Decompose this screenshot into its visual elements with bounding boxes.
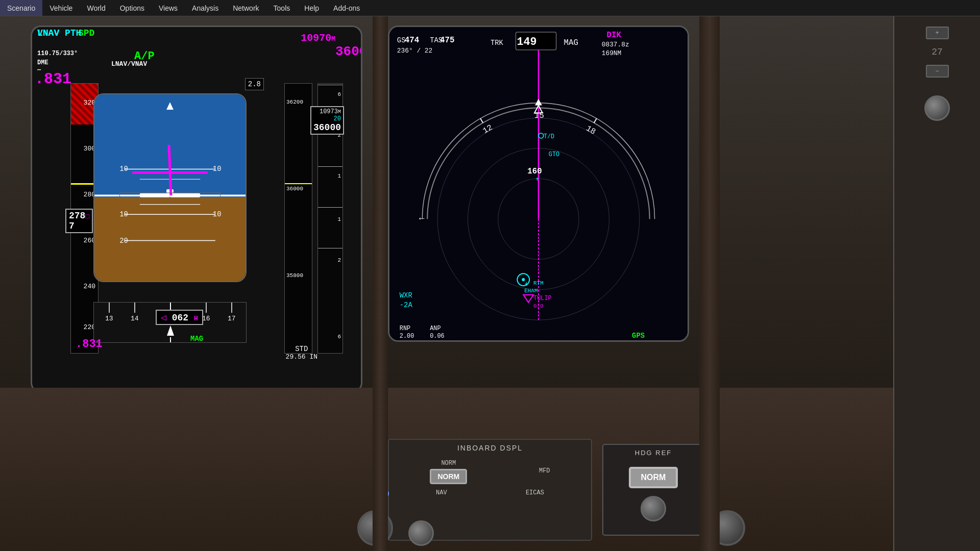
right-knob[interactable] xyxy=(924,95,950,121)
svg-text:TRK: TRK xyxy=(491,39,504,47)
svg-text:13: 13 xyxy=(105,315,113,322)
svg-text:T/D: T/D xyxy=(544,133,554,140)
speed-mark-240: 240 xyxy=(84,283,95,290)
nav-label: NAV xyxy=(436,489,447,496)
svg-text:+: + xyxy=(524,280,528,288)
nav-freq: 110.75/333° xyxy=(37,50,78,57)
menu-options[interactable]: Options xyxy=(113,0,152,16)
menu-analysis[interactable]: Analysis xyxy=(185,0,226,16)
pitch-readout: 2.8 xyxy=(245,78,264,90)
svg-text:149: 149 xyxy=(517,36,536,48)
svg-text:ANP: ANP xyxy=(430,325,440,332)
svg-text:14: 14 xyxy=(131,315,139,322)
menu-addons[interactable]: Add-ons xyxy=(326,0,367,16)
menu-views[interactable]: Views xyxy=(152,0,185,16)
mach-display: .831 xyxy=(35,70,71,88)
svg-text:17: 17 xyxy=(228,315,236,322)
norm-label: NORM xyxy=(430,460,467,467)
alt-tape: 36200 36000 35800 xyxy=(284,83,312,354)
svg-text:0.0: 0.0 xyxy=(533,303,544,309)
vsi-mark-6: 6 xyxy=(337,91,341,97)
svg-text:RTM: RTM xyxy=(533,280,544,286)
nd-display: 12 15 18 ← xyxy=(388,26,689,342)
svg-text:0837.8z: 0837.8z xyxy=(602,41,629,48)
panel-divider-right xyxy=(699,16,720,551)
alt-mark-35800: 35800 xyxy=(286,272,303,279)
svg-text:DIK: DIK xyxy=(607,31,622,40)
alt-mark-36000: 36000 xyxy=(286,186,303,192)
svg-text:2.00: 2.00 xyxy=(400,333,414,340)
baro-value: 29.56 IN xyxy=(286,353,317,361)
svg-text:236° / 22: 236° / 22 xyxy=(397,47,432,55)
mag-label: MAG xyxy=(190,335,203,343)
alt-readout-box: 10973M 20 36000 xyxy=(310,106,344,135)
svg-text:-2A: -2A xyxy=(400,302,413,310)
alt-presel: 10970M xyxy=(301,32,335,44)
hdg-ref-panel: HDG REF NORM xyxy=(602,444,704,536)
svg-text:475: 475 xyxy=(440,36,455,45)
vsi-mark-m6: 6 xyxy=(337,334,341,340)
svg-text:WXR: WXR xyxy=(400,291,412,299)
inboard-label: INBOARD DSPL xyxy=(389,440,591,452)
bank-angle-box: 278□ 7 xyxy=(65,209,93,233)
menu-tools[interactable]: Tools xyxy=(266,0,298,16)
minus-button[interactable]: − xyxy=(926,65,949,78)
svg-text:GTO: GTO xyxy=(549,151,559,158)
svg-text:RNP: RNP xyxy=(400,325,410,332)
right-panel-27: 27 xyxy=(932,47,943,57)
svg-text:160: 160 xyxy=(527,167,542,176)
pfd-display: SPD LNAV VNAV PTH 10970M 36000 A/P LNAV/… xyxy=(31,26,362,393)
vnav-mode: VNAV PTH xyxy=(37,28,81,38)
vsi-mark-1: 1 xyxy=(337,173,341,179)
lnav-vnav-label: LNAV/VNAV xyxy=(111,60,147,68)
vsi-mark-m2: 2 xyxy=(337,257,341,263)
menu-scenario[interactable]: Scenario xyxy=(0,0,42,16)
menu-network[interactable]: Network xyxy=(226,0,266,16)
panel-bottom: INBOARD DSPL NORM NORM MFD NAV EICAS HDG… xyxy=(0,388,980,551)
alt-mark-36200: 36200 xyxy=(286,99,303,105)
norm-button[interactable]: NORM xyxy=(430,469,467,484)
std-label: STD xyxy=(286,345,317,353)
hdg-norm-button[interactable]: NORM xyxy=(629,467,678,488)
attitude-indicator: 10 10 10 10 20 xyxy=(93,93,247,282)
svg-text:TULIP: TULIP xyxy=(533,295,552,302)
hdg-ref-label: HDG REF xyxy=(603,445,703,457)
panel-divider xyxy=(373,16,388,551)
baro-area: STD 29.56 IN xyxy=(286,345,317,361)
svg-text:16: 16 xyxy=(202,315,210,322)
mfd-label: MFD xyxy=(539,467,550,474)
menu-help[interactable]: Help xyxy=(297,0,326,16)
svg-text:+: + xyxy=(535,176,539,183)
svg-text:EHAM: EHAM xyxy=(524,288,537,294)
hdg-ref-knob[interactable] xyxy=(641,496,666,521)
right-panel: + 27 − xyxy=(893,16,980,551)
svg-text:474: 474 xyxy=(405,36,420,45)
menu-vehicle[interactable]: Vehicle xyxy=(42,0,80,16)
svg-text:0.06: 0.06 xyxy=(430,333,444,340)
vsi-mark-m1: 1 xyxy=(337,216,341,222)
svg-text:GPS: GPS xyxy=(632,332,645,340)
svg-text:MAG: MAG xyxy=(564,38,578,47)
menubar: Scenario Vehicle World Options Views Ana… xyxy=(0,0,980,16)
heading-box: ◁ 062 H xyxy=(156,310,203,325)
left-knob-2[interactable] xyxy=(408,520,434,546)
alt-target: 36000 xyxy=(335,44,362,59)
svg-text:169NM: 169NM xyxy=(602,49,622,57)
svg-text:←: ← xyxy=(417,213,426,223)
svg-marker-24 xyxy=(167,325,174,336)
plus-button[interactable]: + xyxy=(926,27,949,39)
menu-world[interactable]: World xyxy=(80,0,112,16)
eicas-label: EICAS xyxy=(526,489,544,496)
mach-bottom: .831 xyxy=(76,338,103,350)
